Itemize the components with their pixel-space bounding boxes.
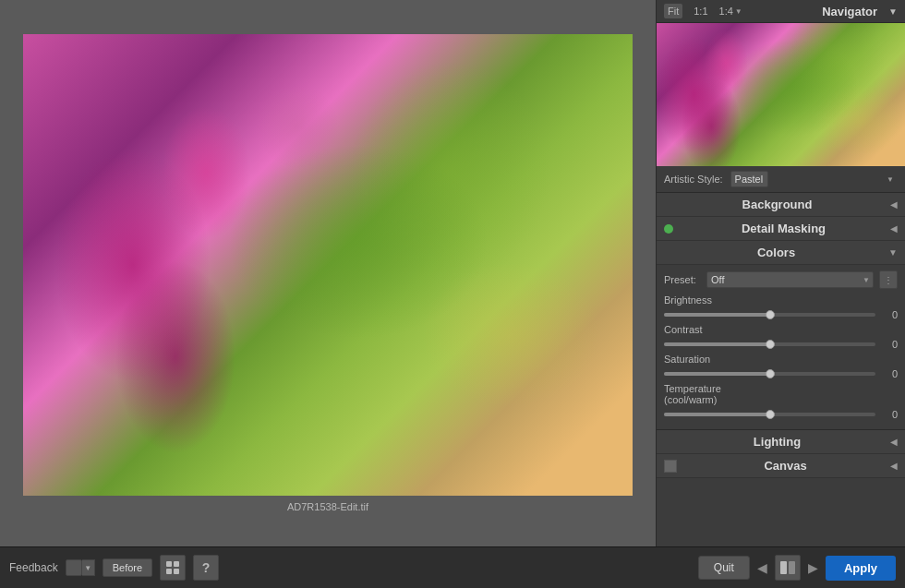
image-area: ◀ AD7R1538-Edit.tif [0, 0, 656, 546]
temperature-label-row: Temperature (cool/warm) [664, 383, 898, 405]
zoom-fit-btn[interactable]: Fit [664, 4, 682, 18]
feedback-toggle: ▼ [66, 559, 95, 576]
contrast-value: 0 [879, 339, 898, 350]
temperature-slider-row: 0 [664, 409, 898, 420]
brightness-label-row: Brightness [664, 294, 898, 306]
detail-masking-section-arrow: ◀ [890, 223, 898, 234]
apply-button[interactable]: Apply [826, 556, 896, 581]
layout-icon-btn[interactable] [160, 555, 186, 581]
bottom-toolbar: Feedback ▼ Before ? Quit ◀ ▶ Apply [0, 546, 905, 588]
artistic-style-row: Artistic Style: Pastel [657, 166, 905, 193]
navigator-title: Navigator [822, 5, 877, 18]
detail-masking-section-row[interactable]: Detail Masking ◀ [657, 217, 905, 241]
background-section-row[interactable]: Background ◀ [657, 193, 905, 217]
temperature-thumb[interactable] [766, 410, 775, 419]
contrast-thumb[interactable] [766, 340, 775, 349]
svg-rect-2 [166, 569, 172, 574]
filename-label: AD7R1538-Edit.tif [287, 501, 368, 512]
contrast-slider-row: 0 [664, 339, 898, 350]
image-painting [23, 34, 633, 496]
feedback-toggle-dropdown[interactable]: ▼ [82, 559, 95, 576]
navigator-thumbnail [657, 23, 905, 166]
contrast-label-row: Contrast [664, 324, 898, 335]
image-canvas [23, 34, 633, 496]
brightness-thumb[interactable] [766, 310, 775, 319]
temperature-slider-track[interactable] [664, 413, 875, 416]
artistic-style-label: Artistic Style: [664, 174, 723, 185]
preset-label: Preset: [664, 274, 701, 285]
canvas-section-title: Canvas [681, 459, 890, 473]
thumb-overlay [657, 23, 905, 166]
navigator-header: Fit 1:1 1:4 ▼ Navigator ▼ [657, 0, 905, 23]
preset-row: Preset: Off ⋮ [664, 270, 898, 289]
contrast-label: Contrast [664, 324, 766, 335]
feedback-toggle-box[interactable] [66, 559, 82, 576]
saturation-fill [664, 372, 770, 376]
brightness-slider-track[interactable] [664, 313, 875, 317]
temperature-fill [664, 413, 770, 416]
detail-masking-indicator [664, 224, 673, 234]
svg-rect-3 [174, 569, 179, 574]
navigator-expand-icon[interactable]: ▼ [888, 6, 898, 17]
canvas-icon [664, 460, 677, 473]
colors-section-content: Preset: Off ⋮ Brightness [657, 265, 905, 430]
detail-masking-section-title: Detail Masking [677, 222, 890, 235]
colors-section-arrow: ▼ [888, 247, 898, 258]
canvas-section-arrow: ◀ [890, 461, 898, 471]
question-mark-icon: ? [202, 560, 211, 575]
temperature-value: 0 [879, 409, 898, 420]
zoom-1-4-dropdown[interactable]: 1:4 ▼ [719, 6, 742, 17]
contrast-fill [664, 342, 770, 346]
brightness-label: Brightness [664, 294, 766, 306]
saturation-slider-track[interactable] [664, 372, 875, 376]
preset-select-wrapper: Off [706, 271, 874, 288]
artistic-style-select-wrapper: Pastel [730, 171, 898, 187]
background-section-arrow: ◀ [890, 199, 898, 210]
brightness-value: 0 [879, 309, 898, 320]
svg-rect-0 [166, 561, 172, 567]
artistic-style-select[interactable]: Pastel [730, 171, 768, 187]
svg-rect-5 [789, 561, 795, 574]
nav-next-icon[interactable]: ▶ [808, 560, 818, 575]
panel-content: Background ◀ Detail Masking ◀ Colors ▼ P… [657, 193, 905, 546]
saturation-slider-row: 0 [664, 368, 898, 379]
brightness-slider-row: 0 [664, 309, 898, 320]
svg-rect-4 [780, 561, 787, 574]
svg-rect-1 [174, 561, 179, 567]
saturation-label-row: Saturation [664, 354, 898, 365]
contrast-slider-track[interactable] [664, 342, 875, 346]
zoom-1-1-btn[interactable]: 1:1 [690, 4, 711, 18]
lighting-section-row[interactable]: Lighting ◀ [657, 430, 905, 454]
before-button[interactable]: Before [103, 558, 152, 577]
help-icon-btn[interactable]: ? [193, 555, 219, 581]
colors-section-title: Colors [664, 246, 888, 259]
flower-overlay [23, 34, 633, 496]
main-area: ◀ AD7R1538-Edit.tif Fit 1:1 1:4 ▼ Naviga… [0, 0, 905, 546]
right-panel: Fit 1:1 1:4 ▼ Navigator ▼ Artistic Style… [656, 0, 905, 546]
canvas-section-row[interactable]: Canvas ◀ [657, 454, 905, 478]
nav-prev-icon[interactable]: ◀ [757, 560, 767, 575]
quit-button[interactable]: Quit [698, 556, 750, 580]
layout-toggle-btn[interactable] [775, 555, 801, 581]
preset-menu-icon[interactable]: ⋮ [879, 270, 898, 289]
saturation-thumb[interactable] [766, 369, 775, 378]
lighting-section-arrow: ◀ [890, 437, 898, 447]
background-section-title: Background [664, 198, 890, 211]
saturation-value: 0 [879, 368, 898, 379]
colors-section-header[interactable]: Colors ▼ [657, 241, 905, 265]
temperature-label: Temperature (cool/warm) [664, 383, 766, 405]
feedback-label: Feedback [9, 561, 58, 574]
preset-select[interactable]: Off [706, 271, 874, 288]
brightness-fill [664, 313, 770, 317]
lighting-section-title: Lighting [664, 435, 890, 449]
saturation-label: Saturation [664, 354, 766, 365]
